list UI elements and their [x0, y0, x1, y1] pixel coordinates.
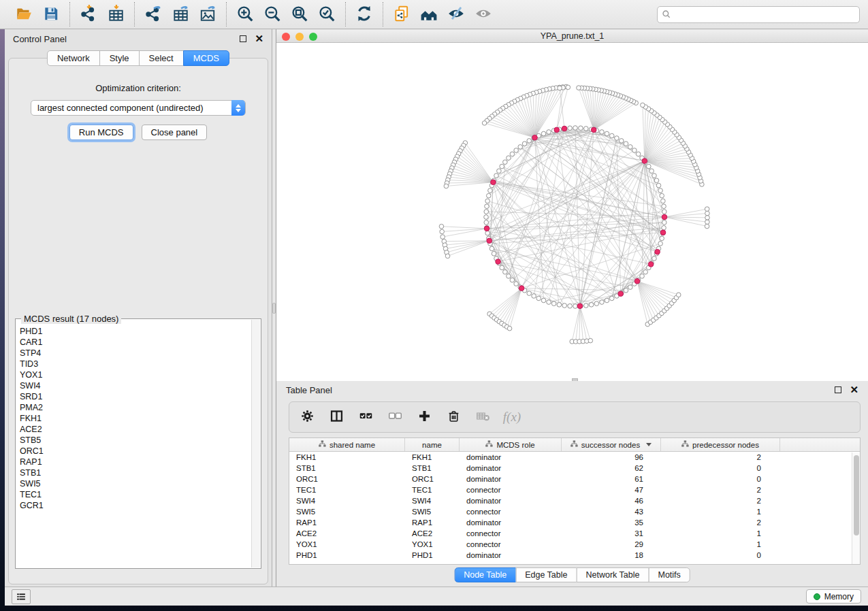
memory-button[interactable]: Memory — [806, 589, 861, 604]
first-neighbors-button[interactable] — [417, 3, 440, 25]
close-table-panel-icon[interactable]: ✕ — [850, 386, 858, 393]
deselect-all-columns-icon — [388, 409, 402, 425]
column-header-shared-name[interactable]: shared name — [289, 438, 405, 451]
table-row[interactable]: TEC1TEC1connector472 — [289, 484, 860, 495]
network-canvas[interactable] — [276, 43, 868, 381]
cell-shared-name: RAP1 — [289, 517, 405, 528]
network-graph[interactable] — [276, 43, 868, 381]
zoom-selected-icon — [318, 5, 336, 24]
tab-edge-table[interactable]: Edge Table — [515, 567, 577, 582]
status-bar: Memory — [5, 587, 868, 606]
delete-columns-icon — [447, 409, 461, 425]
table-body: FKH1FKH1dominator962STB1STB1dominator620… — [289, 452, 860, 561]
column-header-name[interactable]: name — [405, 438, 460, 451]
add-column-button[interactable] — [415, 408, 434, 427]
table-row[interactable]: RAP1RAP1dominator352 — [289, 517, 860, 528]
mcds-node-item[interactable]: ACE2 — [20, 424, 251, 435]
mcds-node-item[interactable]: GCR1 — [20, 500, 251, 511]
column-header-predecessor-nodes[interactable]: predecessor nodes — [661, 438, 780, 451]
mcds-node-item[interactable]: STB5 — [20, 435, 251, 446]
zoom-in-button[interactable] — [234, 3, 257, 25]
tab-network[interactable]: Network — [47, 50, 100, 66]
mcds-node-item[interactable]: STB1 — [20, 467, 251, 478]
close-window-icon[interactable] — [282, 33, 290, 41]
export-table-button[interactable] — [169, 3, 192, 25]
open-session-button[interactable] — [12, 3, 35, 25]
refresh-layout-button[interactable] — [353, 3, 376, 25]
tab-motifs[interactable]: Motifs — [648, 567, 690, 582]
tab-select[interactable]: Select — [139, 50, 184, 66]
function-builder-icon: f(x) — [503, 410, 521, 425]
table-row[interactable]: YOX1YOX1connector291 — [289, 539, 860, 550]
run-mcds-button[interactable]: Run MCDS — [69, 125, 133, 140]
table-row[interactable]: ORC1ORC1dominator610 — [289, 474, 860, 484]
main-toolbar — [0, 0, 868, 29]
mcds-node-item[interactable]: PHD1 — [20, 326, 251, 337]
cell-predecessor-nodes: 1 — [661, 506, 780, 517]
table-row[interactable]: SWI4SWI4dominator462 — [289, 495, 860, 506]
clone-network-button[interactable] — [390, 3, 413, 25]
show-all-button[interactable] — [472, 3, 495, 25]
delete-columns-button[interactable] — [444, 408, 463, 427]
cell-predecessor-nodes: 2 — [661, 495, 780, 506]
cell-MCDS-role: connector — [460, 528, 562, 539]
export-image-button[interactable] — [196, 3, 219, 25]
tab-style[interactable]: Style — [99, 50, 140, 66]
mcds-node-item[interactable]: SRD1 — [20, 391, 251, 402]
float-panel-icon[interactable] — [240, 35, 246, 42]
mcds-node-item[interactable]: SWI5 — [20, 478, 251, 489]
optimization-criterion-select[interactable]: largest connected component (undirected) — [31, 100, 246, 116]
cell-shared-name: FKH1 — [289, 452, 405, 463]
table-row[interactable]: FKH1FKH1dominator962 — [289, 452, 860, 463]
minimize-window-icon[interactable] — [295, 33, 304, 41]
mcds-result-list[interactable]: PHD1CAR1STP4TID3YOX1SWI4SRD1PMA2FKH1ACE2… — [16, 323, 251, 567]
split-view-button[interactable] — [327, 408, 346, 427]
column-header-MCDS-role[interactable]: MCDS role — [460, 438, 562, 451]
mcds-node-item[interactable]: FKH1 — [20, 413, 251, 424]
table-scrollbar-thumb[interactable] — [854, 455, 859, 535]
cell-successor-nodes: 31 — [562, 528, 661, 539]
table-row[interactable]: PHD1PHD1dominator180 — [289, 550, 860, 561]
mcds-node-item[interactable]: STP4 — [20, 348, 251, 359]
maximize-window-icon[interactable] — [309, 33, 317, 41]
tab-node-table[interactable]: Node Table — [454, 567, 516, 582]
list-icon — [15, 591, 27, 602]
mcds-node-item[interactable]: PMA2 — [20, 402, 251, 413]
cell-shared-name: ACE2 — [289, 528, 405, 539]
cell-shared-name: YOX1 — [289, 539, 405, 550]
mcds-node-item[interactable]: RAP1 — [20, 457, 251, 467]
tab-mcds[interactable]: MCDS — [183, 50, 229, 66]
splitter-grip[interactable] — [272, 303, 276, 314]
table-row[interactable]: SWI5SWI5connector431 — [289, 506, 860, 517]
save-session-button[interactable] — [39, 3, 63, 25]
export-network-button[interactable] — [142, 3, 165, 25]
deselect-all-columns-button[interactable] — [385, 408, 404, 427]
mcds-node-item[interactable]: SWI4 — [20, 380, 251, 391]
tab-network-table[interactable]: Network Table — [577, 567, 649, 582]
zoom-fit-button[interactable] — [288, 3, 311, 25]
column-header-successor-nodes[interactable]: successor nodes — [562, 438, 661, 451]
table-row[interactable]: STB1STB1dominator620 — [289, 463, 860, 474]
close-panel-button[interactable]: Close panel — [142, 125, 208, 140]
task-history-button[interactable] — [12, 589, 31, 604]
table-settings-button[interactable] — [298, 408, 317, 427]
zoom-selected-button[interactable] — [315, 3, 338, 25]
mcds-node-item[interactable]: ORC1 — [20, 446, 251, 457]
mcds-node-item[interactable]: TID3 — [20, 359, 251, 369]
mcds-node-item[interactable]: TEC1 — [20, 489, 251, 500]
zoom-out-button[interactable] — [261, 3, 284, 25]
cell-predecessor-nodes: 0 — [661, 550, 780, 561]
mcds-result-scrollbar[interactable] — [251, 320, 260, 567]
import-network-button[interactable] — [77, 3, 100, 25]
search-input[interactable] — [657, 6, 860, 23]
control-panel: Control Panel ✕ NetworkStyleSelectMCDS O… — [5, 29, 272, 587]
hide-selected-button[interactable] — [445, 3, 468, 25]
select-all-columns-button[interactable] — [356, 408, 375, 427]
mcds-node-item[interactable]: CAR1 — [20, 337, 251, 348]
table-scrollbar[interactable] — [852, 452, 860, 564]
table-row[interactable]: ACE2ACE2connector311 — [289, 528, 860, 539]
mcds-node-item[interactable]: YOX1 — [20, 369, 251, 380]
float-table-panel-icon[interactable] — [835, 386, 841, 393]
close-panel-icon[interactable]: ✕ — [255, 35, 263, 42]
import-table-button[interactable] — [104, 3, 127, 25]
